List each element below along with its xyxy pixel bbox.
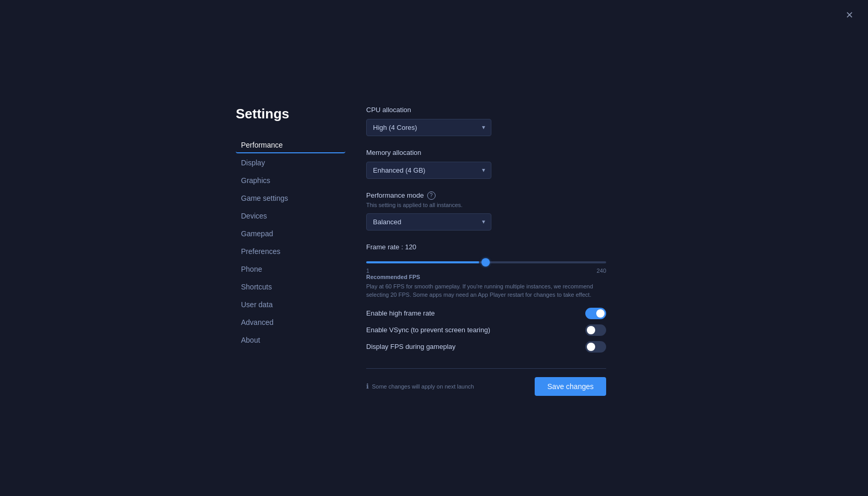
toggle-label-high-frame-rate: Enable high frame rate (366, 309, 435, 317)
memory-allocation-dropdown-wrapper: 1 GB2 GBEnhanced (4 GB)8 GB ▾ (366, 162, 491, 179)
sidebar-item-performance[interactable]: Performance (236, 137, 345, 153)
toggle-row-display-fps: Display FPS during gameplay (366, 341, 606, 353)
toggle-switch-vsync[interactable] (585, 324, 606, 336)
toggles-container: Enable high frame rateEnable VSync (to p… (366, 308, 632, 353)
sidebar-item-preferences[interactable]: Preferences (236, 243, 345, 260)
frame-rate-section: Frame rate : 120 1 240 Recommended FPS P… (366, 243, 632, 299)
footer-bar: ℹ Some changes will apply on next launch… (366, 368, 606, 396)
slider-range-labels: 1 240 (366, 268, 606, 274)
footer-note: ℹ Some changes will apply on next launch (366, 382, 474, 390)
toggle-label-display-fps: Display FPS during gameplay (366, 343, 455, 350)
performance-mode-section: Performance mode ? This setting is appli… (366, 191, 632, 231)
slider-max-label: 240 (597, 268, 606, 274)
sidebar-item-gamepad[interactable]: Gamepad (236, 225, 345, 242)
toggle-row-high-frame-rate: Enable high frame rate (366, 308, 606, 319)
footer-info-icon: ℹ (366, 382, 369, 390)
toggle-knob-vsync (587, 326, 595, 334)
cpu-allocation-label: CPU allocation (366, 106, 632, 114)
settings-title: Settings (236, 106, 345, 122)
sidebar-item-about[interactable]: About (236, 332, 345, 348)
toggle-row-vsync: Enable VSync (to prevent screen tearing) (366, 324, 606, 336)
sidebar-item-game-settings[interactable]: Game settings (236, 190, 345, 207)
settings-container: Settings PerformanceDisplayGraphicsGame … (236, 101, 632, 396)
sidebar-item-phone[interactable]: Phone (236, 261, 345, 277)
recommended-fps-label: Recommended FPS (366, 274, 632, 280)
save-changes-button[interactable]: Save changes (535, 377, 606, 396)
frame-rate-label: Frame rate : 120 (366, 243, 632, 251)
cpu-allocation-select[interactable]: Low (1 Core)Medium (2 Cores)High (4 Core… (366, 119, 491, 136)
close-button[interactable]: ✕ (846, 10, 853, 20)
memory-allocation-select[interactable]: 1 GB2 GBEnhanced (4 GB)8 GB (366, 162, 491, 179)
performance-mode-subtitle: This setting is applied to all instances… (366, 202, 632, 208)
sidebar: Settings PerformanceDisplayGraphicsGame … (236, 101, 345, 396)
toggle-switch-high-frame-rate[interactable] (585, 308, 606, 319)
sidebar-item-shortcuts[interactable]: Shortcuts (236, 279, 345, 295)
toggle-knob-high-frame-rate (596, 309, 605, 318)
performance-mode-help-icon[interactable]: ? (427, 191, 436, 200)
frame-rate-slider[interactable] (366, 261, 606, 263)
performance-mode-label-text: Performance mode (366, 191, 424, 199)
toggle-knob-display-fps (587, 343, 595, 351)
sidebar-nav: PerformanceDisplayGraphicsGame settingsD… (236, 137, 345, 348)
sidebar-item-devices[interactable]: Devices (236, 208, 345, 224)
cpu-allocation-dropdown-wrapper: Low (1 Core)Medium (2 Cores)High (4 Core… (366, 119, 491, 136)
sidebar-item-user-data[interactable]: User data (236, 296, 345, 313)
recommended-fps-desc: Play at 60 FPS for smooth gameplay. If y… (366, 282, 606, 299)
footer-note-text: Some changes will apply on next launch (372, 383, 474, 390)
memory-allocation-label: Memory allocation (366, 149, 632, 156)
toggle-switch-display-fps[interactable] (585, 341, 606, 353)
performance-mode-dropdown-wrapper: Power savingBalancedHigh performance ▾ (366, 213, 491, 231)
sidebar-item-advanced[interactable]: Advanced (236, 314, 345, 331)
memory-allocation-section: Memory allocation 1 GB2 GBEnhanced (4 GB… (366, 149, 632, 179)
toggle-label-vsync: Enable VSync (to prevent screen tearing) (366, 326, 490, 334)
sidebar-item-graphics[interactable]: Graphics (236, 172, 345, 189)
sidebar-item-display[interactable]: Display (236, 154, 345, 171)
cpu-allocation-section: CPU allocation Low (1 Core)Medium (2 Cor… (366, 106, 632, 136)
performance-mode-select[interactable]: Power savingBalancedHigh performance (366, 213, 491, 231)
slider-min-label: 1 (366, 268, 369, 274)
performance-mode-label-row: Performance mode ? (366, 191, 632, 200)
main-content: CPU allocation Low (1 Core)Medium (2 Cor… (345, 101, 632, 396)
